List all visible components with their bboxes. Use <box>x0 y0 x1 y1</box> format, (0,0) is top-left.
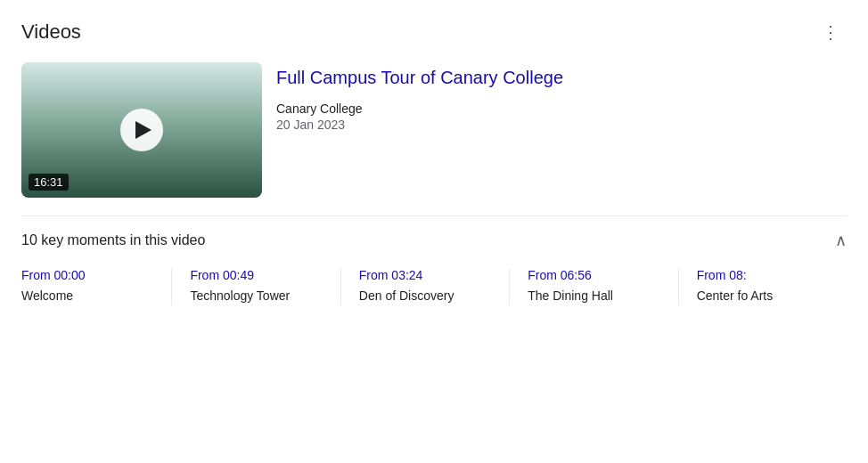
play-button[interactable] <box>120 109 163 151</box>
moment-timestamp[interactable]: From 06:56 <box>528 268 659 282</box>
collapse-icon[interactable]: ∧ <box>835 231 847 250</box>
moment-item: From 00:00Welcome <box>21 268 172 305</box>
moment-label: The Dining Hall <box>528 288 659 305</box>
key-moments-section: 10 key moments in this video ∧ From 00:0… <box>21 215 847 305</box>
video-title-link[interactable]: Full Campus Tour of Canary College <box>276 66 563 89</box>
moment-timestamp[interactable]: From 03:24 <box>359 268 491 282</box>
moment-item: From 08:Center fo Arts <box>697 268 847 305</box>
key-moments-header: 10 key moments in this video ∧ <box>21 231 847 250</box>
video-source: Canary College <box>276 102 563 116</box>
more-options-icon[interactable]: ⋮ <box>815 18 847 46</box>
moment-label: Center fo Arts <box>697 288 829 305</box>
videos-header: Videos ⋮ <box>21 18 847 46</box>
video-info: Full Campus Tour of Canary College Canar… <box>276 62 563 198</box>
moments-grid: From 00:00WelcomeFrom 00:49Technology To… <box>21 268 847 305</box>
moment-item: From 00:49Technology Tower <box>190 268 340 305</box>
page-title: Videos <box>21 20 81 44</box>
video-card: 16:31 Full Campus Tour of Canary College… <box>21 62 847 198</box>
duration-badge: 16:31 <box>29 174 69 191</box>
moment-timestamp[interactable]: From 00:00 <box>21 268 153 282</box>
moment-label: Welcome <box>21 288 153 305</box>
key-moments-title: 10 key moments in this video <box>21 232 205 248</box>
moment-timestamp[interactable]: From 00:49 <box>190 268 322 282</box>
play-icon <box>135 121 151 139</box>
moment-label: Technology Tower <box>190 288 322 305</box>
moment-item: From 06:56The Dining Hall <box>528 268 678 305</box>
moment-timestamp[interactable]: From 08: <box>697 268 829 282</box>
video-date: 20 Jan 2023 <box>276 118 563 132</box>
moment-item: From 03:24Den of Discovery <box>359 268 510 305</box>
moment-label: Den of Discovery <box>359 288 491 305</box>
video-thumbnail[interactable]: 16:31 <box>21 62 262 198</box>
